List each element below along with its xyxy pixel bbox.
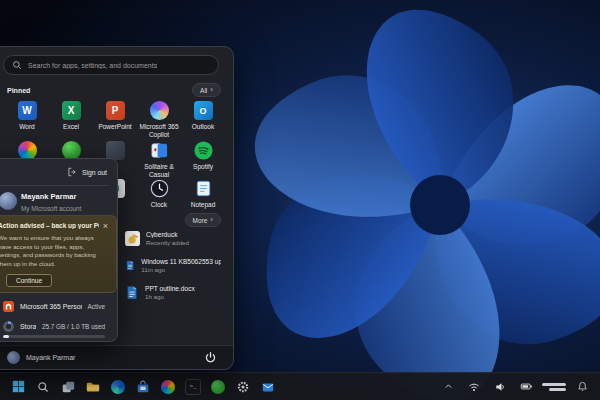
pinned-app-word[interactable]: Word	[5, 101, 49, 139]
pinned-app-clock[interactable]: Clock	[137, 179, 181, 209]
search-input[interactable]: Search for apps, settings, and documents	[3, 55, 219, 75]
pinned-title: Pinned	[7, 87, 30, 94]
solitaire-icon	[150, 141, 169, 160]
pinned-app-powerpoint[interactable]: PowerPoint	[93, 101, 137, 139]
tray-chevron-up[interactable]	[438, 377, 458, 397]
chevron-up-icon	[444, 382, 453, 391]
storage-progress-bar	[3, 335, 105, 338]
backup-banner: Action advised – back up your PC We want…	[0, 215, 117, 293]
task-view-icon	[61, 380, 75, 394]
sign-out-label: Sign out	[82, 169, 107, 176]
task-view-button[interactable]	[58, 377, 78, 397]
avatar	[7, 351, 20, 364]
pinned-app-copilot[interactable]: Microsoft 365 Copilot	[137, 101, 181, 139]
sign-out-icon	[67, 167, 77, 177]
tray-battery[interactable]	[516, 377, 536, 397]
divider	[0, 185, 109, 186]
document-icon	[125, 285, 139, 300]
start-button[interactable]	[8, 377, 28, 397]
pinned-app-outlook[interactable]: Outlook	[181, 101, 225, 139]
desktop: Search for apps, settings, and documents…	[0, 0, 600, 400]
search-placeholder: Search for apps, settings, and documents	[28, 62, 157, 69]
recommended-item-update-doc[interactable]: Windows 11 KB5062553 update iss... 11m a…	[125, 254, 221, 276]
subscription-row[interactable]: Microsoft 365 Personal Active	[3, 299, 105, 313]
sign-out-button[interactable]: Sign out	[67, 165, 107, 179]
recommended-title: Cyberduck	[146, 231, 189, 238]
clock-datetime[interactable]	[542, 383, 566, 391]
all-apps-label: All	[200, 87, 207, 94]
folder-icon	[86, 380, 100, 394]
pinned-row-1: Word Excel PowerPoint Microsoft 365 Copi…	[5, 101, 225, 139]
close-icon[interactable]	[103, 222, 108, 231]
storage-row[interactable]: Storage 25.7 GB / 1.0 TB used	[3, 319, 105, 333]
cyberduck-icon	[125, 231, 140, 246]
user-profile-button[interactable]: Mayank Parmar	[7, 351, 75, 364]
taskbar	[0, 372, 600, 400]
pinned-app-spotify[interactable]: Spotify	[181, 141, 225, 180]
mail-button[interactable]	[258, 377, 278, 397]
recommended-item-ppt-outline[interactable]: PPT outline.docx 1h ago	[125, 281, 221, 303]
search-icon	[37, 381, 49, 393]
account-flyout: Sign out Mayank Parmar My Microsoft acco…	[0, 158, 118, 342]
app-label: PowerPoint	[94, 123, 136, 131]
recommended-list: Cyberduck Recently added Windows 11 KB50…	[125, 227, 221, 308]
excel-icon	[62, 101, 81, 120]
clock-icon	[150, 179, 169, 198]
edge-button[interactable]	[108, 377, 128, 397]
storage-label: Storage	[20, 323, 36, 330]
outlook-icon	[194, 101, 213, 120]
terminal-icon	[185, 379, 201, 395]
terminal-button[interactable]	[183, 377, 203, 397]
power-icon	[204, 351, 217, 364]
user-name: Mayank Parmar	[26, 354, 75, 361]
chevron-right-icon	[210, 86, 213, 94]
search-icon	[12, 60, 22, 70]
storage-usage: 25.7 GB / 1.0 TB used	[42, 323, 105, 330]
document-icon	[125, 258, 135, 273]
photos-button[interactable]	[158, 377, 178, 397]
taskbar-apps	[8, 377, 278, 397]
recommended-item-cyberduck[interactable]: Cyberduck Recently added	[125, 227, 221, 249]
power-button[interactable]	[201, 349, 219, 367]
banner-body: We want to ensure that you always have a…	[0, 234, 108, 269]
recommended-subtitle: 1h ago	[145, 293, 195, 300]
continue-button[interactable]: Continue	[6, 274, 52, 287]
tray-network[interactable]	[464, 377, 484, 397]
app-label: Notepad	[182, 201, 224, 209]
recommended-subtitle: 11m ago	[141, 266, 221, 273]
xbox-icon	[211, 380, 225, 394]
more-label: More	[193, 217, 208, 224]
account-user-name: Mayank Parmar	[21, 192, 76, 201]
xbox-button[interactable]	[208, 377, 228, 397]
copilot-icon	[150, 101, 169, 120]
wifi-icon	[468, 381, 480, 393]
app-label: Word	[6, 123, 48, 131]
edge-icon	[111, 380, 125, 394]
notification-bell[interactable]	[572, 377, 592, 397]
volume-icon	[494, 381, 506, 393]
settings-button[interactable]	[233, 377, 253, 397]
app-label: Outlook	[182, 123, 224, 131]
more-button[interactable]: More	[185, 213, 221, 227]
gear-icon	[236, 380, 250, 394]
all-apps-button[interactable]: All	[192, 83, 221, 97]
pinned-header: Pinned All	[7, 83, 221, 97]
microsoft-365-icon	[3, 301, 14, 312]
file-explorer-button[interactable]	[83, 377, 103, 397]
pinned-app-notepad[interactable]: Notepad	[181, 179, 225, 209]
my-microsoft-account-link[interactable]: My Microsoft account	[21, 205, 81, 212]
spotify-icon	[194, 141, 213, 160]
subscription-name: Microsoft 365 Personal	[20, 303, 82, 310]
windows-start-icon	[12, 380, 25, 393]
pinned-app-excel[interactable]: Excel	[49, 101, 93, 139]
tray-volume[interactable]	[490, 377, 510, 397]
recommended-title: PPT outline.docx	[145, 285, 195, 292]
pinned-app-solitaire[interactable]: Solitaire & Casual Games	[137, 141, 181, 180]
taskbar-search-button[interactable]	[33, 377, 53, 397]
powerpoint-icon	[106, 101, 125, 120]
app-label: Clock	[138, 201, 180, 209]
system-tray	[438, 377, 592, 397]
avatar	[0, 192, 17, 210]
notepad-icon	[194, 179, 213, 198]
store-button[interactable]	[133, 377, 153, 397]
